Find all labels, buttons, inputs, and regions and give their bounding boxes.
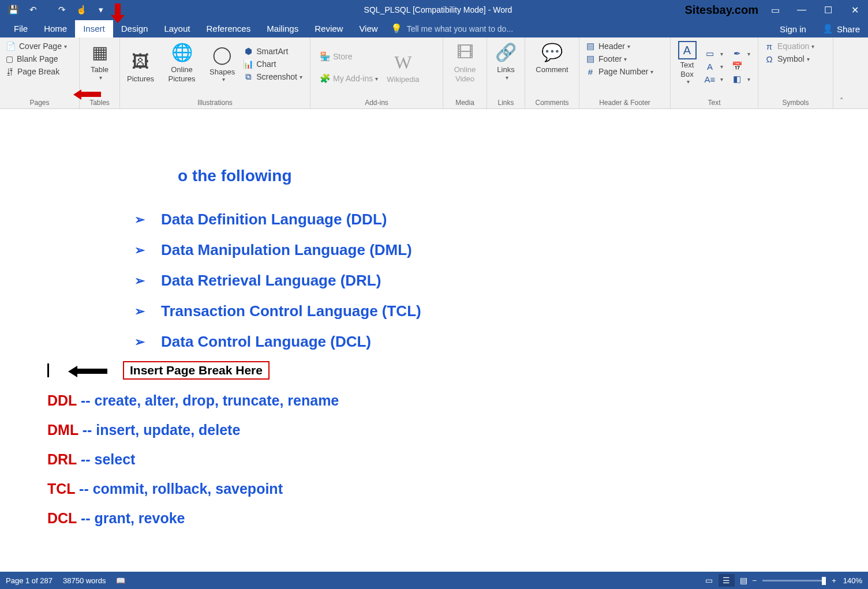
insert-marker-row: Insert Page Break Here [47, 363, 845, 381]
my-addins-button[interactable]: 🧩My Add-ins▾ [317, 72, 380, 85]
chevron-down-icon: ▾ [64, 43, 67, 50]
document-pane[interactable]: o the following ➢Data Definition Languag… [0, 109, 868, 572]
chart-icon: 📊 [242, 59, 254, 69]
page-break-button[interactable]: ⭿ Page Break [3, 65, 76, 78]
header-button[interactable]: ▤Header▾ [583, 40, 667, 52]
group-comments: 💬Comment Comments [525, 37, 579, 108]
page-number-button[interactable]: #Page Number▾ [583, 65, 667, 78]
chevron-down-icon: ▾ [506, 74, 508, 81]
screenshot-button[interactable]: ⧉Screenshot▾ [241, 70, 304, 83]
view-read-icon[interactable]: ▭ [701, 574, 717, 587]
comment-button[interactable]: 💬Comment [529, 40, 575, 76]
group-links: 🔗Links▾ Links [487, 37, 525, 108]
textbox-button[interactable]: AText Box▾ [674, 40, 700, 87]
chevron-down-icon: ▾ [624, 56, 627, 62]
chevron-down-icon: ▾ [99, 74, 102, 81]
wikipedia-icon: W [391, 51, 414, 74]
equation-button[interactable]: πEquation▾ [762, 40, 829, 52]
touch-mode-icon[interactable]: ☝ [74, 2, 89, 17]
maximize-icon[interactable]: ☐ [815, 1, 841, 18]
shapes-button[interactable]: ◯Shapes▾ [206, 42, 238, 85]
group-symbols: πEquation▾ ΩSymbol▾ Symbols [758, 37, 833, 108]
tab-mailings[interactable]: Mailings [259, 20, 306, 37]
redo-icon[interactable]: ↷ [54, 2, 69, 17]
zoom-in-button[interactable]: + [832, 576, 836, 585]
datetime-icon: 📅 [731, 61, 743, 72]
header-icon: ▤ [585, 41, 596, 51]
chevron-down-icon: ▾ [720, 51, 723, 57]
quickparts-button[interactable]: ▭▾ [702, 47, 725, 60]
textbox-icon: A [678, 41, 697, 59]
chart-button[interactable]: 📊Chart [241, 58, 304, 70]
bullet-icon: ➢ [134, 273, 161, 288]
status-proofing-icon[interactable]: 📖 [116, 576, 125, 585]
blank-page-button[interactable]: ▢ Blank Page [3, 52, 76, 65]
tab-references[interactable]: References [198, 20, 259, 37]
smartart-button[interactable]: ⬢SmartArt [241, 45, 304, 58]
tab-insert[interactable]: Insert [75, 20, 113, 37]
group-label-hf: Header & Footer [583, 96, 667, 108]
datetime-button[interactable]: 📅 [729, 60, 752, 73]
annotation-arrow-down-icon [115, 3, 125, 23]
group-label-links: Links [491, 96, 521, 108]
table-button[interactable]: ▦ Table ▾ [83, 40, 116, 82]
qat-more-icon[interactable]: ▾ [93, 2, 108, 17]
online-video-button[interactable]: 🎞Online Video [447, 40, 483, 84]
doc-line: TCL -- commit, rollback, savepoint [47, 481, 845, 497]
signature-button[interactable]: ✒▾ [729, 47, 752, 60]
chevron-down-icon: ▾ [687, 78, 690, 85]
dropcap-button[interactable]: A≡▾ [702, 73, 725, 85]
view-web-icon[interactable]: ▤ [736, 574, 752, 587]
doc-heading: o the following [178, 167, 845, 185]
tab-home[interactable]: Home [36, 20, 75, 37]
chevron-down-icon: ▾ [222, 76, 225, 83]
chevron-down-icon: ▾ [300, 74, 302, 80]
save-icon[interactable]: 💾 [6, 2, 21, 17]
bullet-text: Data Control Language (DCL) [161, 333, 371, 351]
annotation-box: Insert Page Break Here [123, 361, 270, 380]
status-page[interactable]: Page 1 of 287 [6, 576, 53, 585]
collapse-ribbon-icon[interactable]: ˄ [833, 37, 850, 108]
page-break-icon: ⭿ [6, 67, 14, 76]
object-button[interactable]: ◧▾ [729, 73, 752, 85]
object-icon: ◧ [731, 74, 743, 84]
zoom-percent[interactable]: 140% [843, 576, 862, 585]
quick-access-toolbar: 💾 ↶ ↷ ☝ ▾ [0, 2, 114, 17]
doc-line: DDL -- create, alter, drop, truncate, re… [47, 392, 845, 409]
pictures-button[interactable]: 🖼Pictures [124, 49, 158, 85]
group-label-text: Text [674, 96, 754, 108]
status-words[interactable]: 38750 words [63, 576, 106, 585]
bullet-icon: ➢ [134, 335, 161, 350]
group-header-footer: ▤Header▾ ▤Footer▾ #Page Number▾ Header &… [579, 37, 671, 108]
store-button[interactable]: 🏪Store [317, 50, 380, 63]
share-button[interactable]: Share [814, 20, 868, 37]
group-label-tables: Tables [83, 96, 116, 108]
online-pictures-icon: 🌐 [170, 41, 193, 64]
smartart-icon: ⬢ [242, 46, 254, 57]
tell-me-box[interactable]: 💡 Tell me what you want to do... [386, 20, 772, 37]
video-icon: 🎞 [454, 41, 477, 64]
document-content: o the following ➢Data Definition Languag… [0, 109, 868, 527]
links-button[interactable]: 🔗Links▾ [491, 40, 521, 82]
symbol-button[interactable]: ΩSymbol▾ [762, 52, 829, 65]
group-label-illustrations: Illustrations [124, 96, 306, 108]
cover-page-button[interactable]: 📄 Cover Page▾ [3, 40, 76, 52]
wordart-button[interactable]: A▾ [702, 60, 725, 73]
tab-layout[interactable]: Layout [156, 20, 198, 37]
tab-file[interactable]: File [6, 20, 36, 37]
chevron-down-icon: ▾ [650, 69, 653, 75]
minimize-icon[interactable]: — [788, 1, 815, 18]
close-icon[interactable]: ✕ [841, 1, 868, 18]
tab-view[interactable]: View [351, 20, 386, 37]
zoom-slider[interactable] [762, 580, 826, 582]
zoom-thumb[interactable] [822, 577, 826, 585]
online-pictures-button[interactable]: 🌐Online Pictures [158, 40, 206, 84]
ribbon-options-icon[interactable]: ▭ [762, 1, 788, 18]
undo-icon[interactable]: ↶ [25, 2, 40, 17]
view-print-icon[interactable]: ☰ [719, 574, 735, 587]
zoom-out-button[interactable]: − [753, 576, 757, 585]
wikipedia-button[interactable]: WWikipedia [383, 50, 422, 85]
tab-review[interactable]: Review [306, 20, 351, 37]
sign-in-link[interactable]: Sign in [772, 21, 814, 37]
footer-button[interactable]: ▤Footer▾ [583, 52, 667, 65]
